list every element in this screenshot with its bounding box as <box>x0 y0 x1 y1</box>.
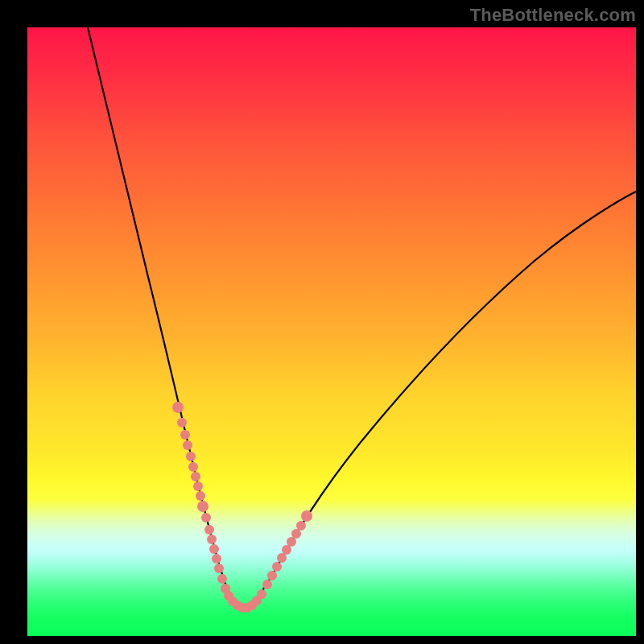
svg-point-6 <box>191 472 200 481</box>
svg-point-25 <box>257 589 266 599</box>
curve-layer <box>27 27 636 636</box>
plot-area <box>27 27 636 636</box>
svg-point-9 <box>197 501 208 512</box>
svg-point-27 <box>267 571 277 580</box>
svg-point-29 <box>277 553 287 563</box>
svg-point-2 <box>180 430 190 440</box>
svg-point-32 <box>291 529 301 539</box>
svg-point-16 <box>217 574 227 584</box>
bottleneck-curve <box>88 27 636 607</box>
svg-point-4 <box>186 452 196 461</box>
svg-point-8 <box>196 491 205 501</box>
svg-point-33 <box>296 521 306 530</box>
svg-point-14 <box>212 554 221 564</box>
svg-point-3 <box>183 440 192 450</box>
svg-point-28 <box>272 562 282 572</box>
svg-point-13 <box>209 544 219 554</box>
svg-point-34 <box>301 510 312 522</box>
chart-frame: TheBottleneck.com <box>0 0 644 644</box>
svg-point-15 <box>214 564 224 573</box>
svg-point-1 <box>177 418 187 427</box>
svg-point-10 <box>201 513 211 522</box>
svg-point-12 <box>207 535 217 544</box>
svg-point-31 <box>287 537 296 547</box>
svg-point-0 <box>172 402 184 413</box>
svg-point-11 <box>204 525 214 535</box>
svg-point-5 <box>188 462 198 472</box>
svg-point-7 <box>193 481 203 491</box>
highlight-markers <box>172 402 312 613</box>
watermark-text: TheBottleneck.com <box>470 5 636 26</box>
svg-point-30 <box>282 545 291 555</box>
svg-point-26 <box>262 580 272 589</box>
